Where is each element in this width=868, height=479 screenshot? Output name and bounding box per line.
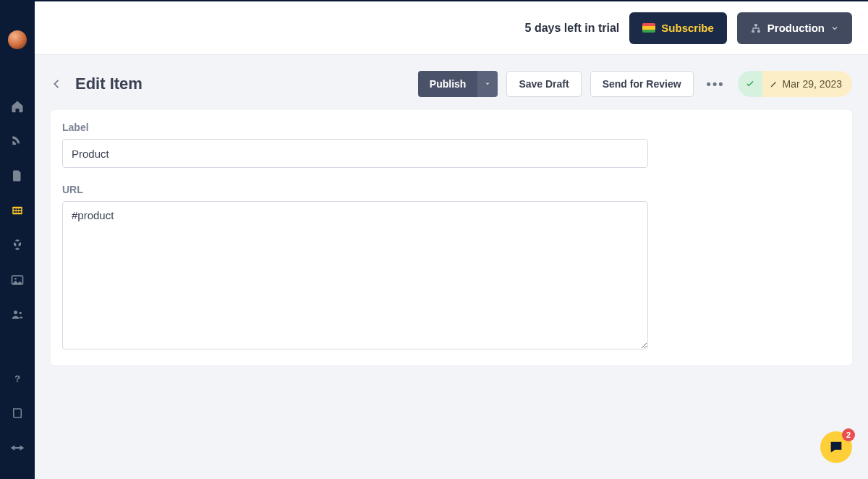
- page-title: Edit Item: [75, 75, 142, 93]
- url-field-block: URL: [62, 184, 841, 352]
- environment-label: Production: [767, 22, 825, 34]
- svg-rect-13: [752, 30, 754, 32]
- page-header: Edit Item Publish Save Draft Send for Re…: [51, 71, 852, 97]
- svg-rect-1: [14, 208, 16, 210]
- publish-dropdown[interactable]: [477, 71, 498, 97]
- url-textarea[interactable]: [62, 201, 648, 349]
- pencil-icon: [770, 80, 778, 88]
- topbar: 5 days left in trial Subscribe Productio…: [35, 1, 868, 55]
- grid-icon[interactable]: [9, 203, 25, 219]
- help-icon[interactable]: ?: [9, 370, 25, 386]
- form-card: Label URL: [51, 110, 852, 365]
- media-icon[interactable]: [9, 272, 25, 288]
- credit-card-icon: [642, 23, 655, 33]
- blog-icon[interactable]: [9, 133, 25, 149]
- url-field-label: URL: [62, 184, 841, 195]
- more-button[interactable]: •••: [702, 77, 729, 90]
- svg-rect-3: [19, 208, 21, 210]
- chat-widget[interactable]: 2: [820, 431, 852, 463]
- back-button[interactable]: [51, 78, 62, 90]
- status-check: [738, 71, 762, 97]
- svg-rect-4: [14, 211, 16, 213]
- send-review-button[interactable]: Send for Review: [590, 71, 694, 97]
- page-actions: Publish Save Draft Send for Review ••• M…: [418, 71, 852, 97]
- chat-icon: [828, 439, 844, 455]
- svg-point-9: [14, 310, 17, 314]
- publish-button[interactable]: Publish: [418, 71, 478, 97]
- book-icon[interactable]: [9, 405, 25, 421]
- document-icon[interactable]: [9, 168, 25, 184]
- check-icon: [745, 79, 755, 89]
- svg-point-10: [20, 312, 22, 314]
- label-field-label: Label: [62, 122, 841, 133]
- status-date: Mar 29, 2023: [783, 78, 843, 90]
- label-field-block: Label: [62, 122, 841, 168]
- sitemap-icon: [750, 22, 762, 34]
- svg-text:?: ?: [14, 373, 20, 384]
- svg-point-8: [14, 278, 17, 280]
- label-input[interactable]: [62, 139, 648, 168]
- svg-rect-0: [12, 207, 22, 215]
- api-icon[interactable]: [9, 440, 25, 456]
- svg-rect-6: [19, 211, 21, 213]
- svg-rect-14: [757, 30, 760, 32]
- subscribe-button[interactable]: Subscribe: [629, 12, 727, 44]
- users-icon[interactable]: [9, 307, 25, 323]
- caret-down-icon: [484, 80, 491, 88]
- save-draft-button[interactable]: Save Draft: [506, 71, 581, 97]
- chat-badge: 2: [842, 428, 855, 441]
- workspace: Edit Item Publish Save Draft Send for Re…: [35, 55, 868, 479]
- status-date-wrap: Mar 29, 2023: [762, 71, 853, 97]
- svg-rect-5: [17, 211, 19, 213]
- avatar[interactable]: [8, 30, 27, 49]
- blocks-icon[interactable]: [9, 237, 25, 253]
- home-icon[interactable]: [9, 98, 25, 114]
- chevron-down-icon: [830, 24, 839, 33]
- publish-group: Publish: [418, 71, 498, 97]
- svg-rect-12: [754, 24, 757, 26]
- environment-dropdown[interactable]: Production: [737, 12, 852, 44]
- svg-rect-2: [17, 208, 19, 210]
- status-pill[interactable]: Mar 29, 2023: [738, 71, 853, 97]
- trial-text: 5 days left in trial: [525, 22, 620, 35]
- subscribe-label: Subscribe: [661, 22, 714, 34]
- sidebar: ?: [0, 1, 35, 479]
